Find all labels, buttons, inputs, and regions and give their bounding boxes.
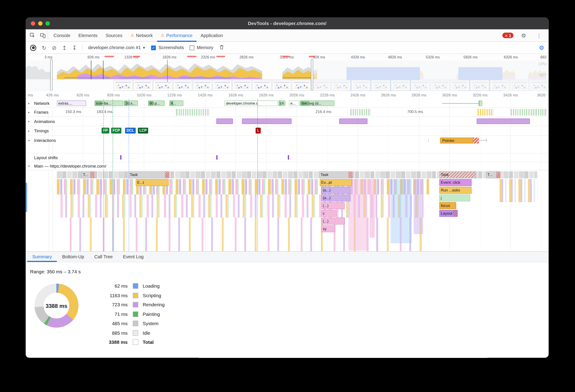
flame-bar[interactable]: c <box>321 210 336 217</box>
network-request-bar[interactable]: 60.p... <box>148 100 165 106</box>
filmstrip-screenshot[interactable] <box>292 80 311 91</box>
interaction-bar[interactable]: Pointer <box>440 138 473 144</box>
frame-segment[interactable] <box>176 109 209 116</box>
flame-bar[interactable]: xy <box>321 225 335 232</box>
animation-bar[interactable] <box>339 119 367 124</box>
bottom-tab-summary[interactable]: Summary <box>27 252 57 262</box>
track-label-interactions[interactable]: Interactions <box>33 138 57 143</box>
expand-arrow-icon[interactable]: ▸ <box>28 120 29 123</box>
expand-arrow-icon[interactable]: ▸ <box>28 102 29 105</box>
memory-checkbox[interactable] <box>189 45 194 50</box>
tab-application[interactable]: Application <box>197 29 227 42</box>
window-titlebar[interactable]: DevTools - developer.chrome.com/ <box>26 18 549 29</box>
network-request-bar[interactable]: e... <box>289 100 299 106</box>
filmstrip-screenshot[interactable] <box>114 80 133 91</box>
timing-badge-lcp[interactable]: LCP <box>138 127 148 133</box>
timing-badge-fp[interactable]: FP <box>102 127 109 133</box>
filmstrip-screenshot[interactable] <box>133 80 152 91</box>
flame-bar[interactable]: E...t <box>136 179 169 186</box>
flame-bar[interactable]: Task <box>319 172 353 178</box>
track-row-main[interactable]: ▾ Main — https://developer.chrome.com/ <box>26 162 549 170</box>
expand-arrow-icon[interactable]: ▸ <box>28 111 29 114</box>
bottom-tab-event-log[interactable]: Event Log <box>118 252 149 262</box>
filmstrip-screenshot[interactable] <box>213 80 232 91</box>
track-label-timings[interactable]: Timings <box>33 129 50 133</box>
frame-segment[interactable] <box>478 109 493 116</box>
clear-recording-icon[interactable]: ⊘ <box>52 45 56 50</box>
tab-console[interactable]: Console <box>49 29 74 42</box>
filmstrip-screenshot[interactable] <box>193 80 212 91</box>
bottom-tab-bottom-up[interactable]: Bottom-Up <box>57 252 89 262</box>
reload-and-record-icon[interactable]: ↻ <box>42 45 46 50</box>
track-label-frames[interactable]: Frames <box>33 110 49 114</box>
settings-gear-icon[interactable]: ⚙ <box>518 29 529 42</box>
collapse-arrow-icon[interactable]: ▾ <box>28 139 29 142</box>
track-label-animations[interactable]: Animations <box>33 119 56 123</box>
screenshots-checkbox-wrap[interactable]: ✓ Screenshots <box>151 45 184 50</box>
frame-segment[interactable] <box>510 109 534 116</box>
filmstrip-screenshot[interactable] <box>153 80 172 91</box>
layout-shift-marker[interactable] <box>120 155 121 160</box>
network-request-bar[interactable]: ch <box>279 100 285 106</box>
vertical-scrollbar[interactable] <box>26 183 27 212</box>
filmstrip-screenshot[interactable] <box>252 80 271 91</box>
flame-bar[interactable]: focus <box>439 202 456 209</box>
flame-bar[interactable]: T... <box>486 172 501 178</box>
timing-badge-dcl[interactable]: DCL <box>125 127 135 133</box>
layout-shift-marker[interactable] <box>288 155 289 160</box>
track-label-layout-shifts[interactable]: Layout shifts <box>33 155 59 160</box>
device-toolbar-icon[interactable] <box>38 29 48 42</box>
overview-left-handle[interactable] <box>50 59 52 91</box>
more-options-icon[interactable]: ⋮ <box>534 29 544 42</box>
tab-elements[interactable]: Elements <box>74 29 102 42</box>
timeline-overview[interactable]: 3 ms826 ms1326 ms1826 ms2326 ms2826 ms33… <box>26 54 549 91</box>
network-request-bar[interactable] <box>479 100 482 106</box>
network-request-bar[interactable]: extras.... <box>57 100 86 106</box>
flame-bar[interactable]: (a...) <box>321 195 350 201</box>
layout-shift-marker[interactable] <box>216 155 217 160</box>
network-request-bar[interactable]: developer.chrome.c <box>224 100 278 106</box>
load-profile-icon[interactable]: ↥ <box>62 45 67 50</box>
track-row-layout-shifts[interactable]: Layout shifts <box>26 153 549 162</box>
network-request-bar[interactable]: itter.svg (d... <box>300 100 335 106</box>
flame-bar[interactable]: Task <box>128 172 169 178</box>
flame-bar[interactable]: j <box>439 195 470 201</box>
flame-bar[interactable]: Task <box>439 172 476 178</box>
animation-bar[interactable] <box>477 119 530 124</box>
bottom-tab-call-tree[interactable]: Call Tree <box>89 252 118 262</box>
filmstrip-screenshot[interactable] <box>233 80 252 91</box>
screenshots-checkbox[interactable]: ✓ <box>151 45 156 50</box>
expand-arrow-icon[interactable]: ▸ <box>28 129 29 133</box>
error-count-badge[interactable]: ✕ 1 <box>503 33 513 38</box>
flame-bar[interactable]: T... <box>81 172 95 178</box>
animation-bar[interactable] <box>242 119 292 124</box>
flame-bar[interactable]: (...) <box>321 202 345 209</box>
network-request-bar[interactable]: icon-ba... <box>95 100 123 106</box>
record-button[interactable] <box>30 45 36 51</box>
capture-settings-gear-icon[interactable]: ⚙ <box>539 44 544 51</box>
tab-sources[interactable]: Sources <box>102 29 126 42</box>
network-request-bar[interactable]: 4... <box>169 100 183 106</box>
collect-garbage-icon[interactable] <box>219 44 224 51</box>
inspect-element-icon[interactable] <box>27 29 37 42</box>
tab-performance[interactable]: ⚠Performance <box>157 29 197 42</box>
frame-segment[interactable] <box>535 109 546 116</box>
flame-bar[interactable]: Ev...pt <box>320 179 352 186</box>
track-label-main[interactable]: Main — https://developer.chrome.com/ <box>33 164 107 168</box>
frame-segment[interactable] <box>350 109 370 116</box>
network-request-bar[interactable]: 2d.s... <box>124 100 138 106</box>
flame-bar[interactable]: (...) <box>321 218 345 225</box>
network-request-bar[interactable] <box>442 103 479 104</box>
track-label-network[interactable]: Network <box>33 101 51 105</box>
timeline-tracks[interactable]: ▸ Network ▸ Frames ▸ Animations ▸ Timing… <box>26 99 549 251</box>
flame-bar[interactable]: Layout <box>439 210 458 217</box>
flame-bar[interactable]: (a...) <box>321 187 350 194</box>
overview-right-handle[interactable] <box>311 59 313 91</box>
profile-select[interactable]: developer.chrome.com #1 ▼ <box>88 45 146 50</box>
filmstrip-screenshot[interactable] <box>272 80 291 91</box>
tab-network[interactable]: ⚠Network <box>126 29 157 42</box>
flame-bar[interactable]: Event: click <box>439 179 472 186</box>
timing-badge-l[interactable]: L <box>256 127 261 133</box>
summary-donut-chart[interactable]: 3388 ms <box>35 284 79 328</box>
animation-bar[interactable] <box>216 119 233 124</box>
